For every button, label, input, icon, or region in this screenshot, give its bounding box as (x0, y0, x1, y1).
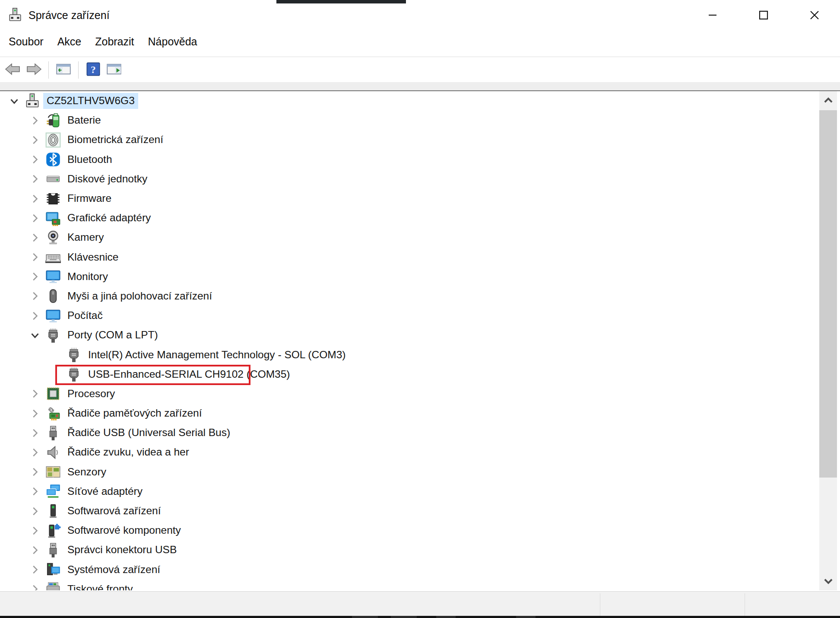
device-manager-window: Správce zařízení SouborAkceZobrazitNápov… (0, 0, 840, 618)
chevron-down-icon[interactable] (25, 325, 45, 345)
chevron-right-icon[interactable] (25, 169, 45, 189)
tree-row[interactable]: Softwarové komponenty (0, 521, 819, 540)
background-window-edge (276, 0, 406, 3)
software-device-icon (45, 503, 61, 519)
tree-item-label: USB-Enhanced-SERIAL CH9102 (COM35) (85, 366, 294, 382)
tree-row[interactable]: USB-Enhanced-SERIAL CH9102 (COM35) (0, 365, 819, 384)
chevron-right-icon[interactable] (25, 384, 45, 404)
chevron-right-icon[interactable] (25, 228, 45, 247)
tree-row[interactable]: Procesory (0, 384, 819, 404)
tree-row[interactable]: Síťové adaptéry (0, 482, 819, 501)
tree-item-label: Myši a jiná polohovací zařízení (64, 288, 216, 304)
tree-row[interactable]: Firmware (0, 189, 819, 208)
tree-row[interactable]: Diskové jednotky (0, 169, 819, 189)
serial-port-icon (45, 327, 61, 344)
tree-row[interactable]: Klávesnice (0, 248, 819, 267)
tree-item-label: Klávesnice (64, 249, 122, 265)
tree-row[interactable]: Biometrická zařízení (0, 130, 819, 150)
chevron-right-icon[interactable] (25, 306, 45, 325)
tree-item-label: Bluetooth (64, 152, 116, 168)
tree-row[interactable]: Kamery (0, 228, 819, 247)
console-tree-button[interactable] (54, 61, 73, 80)
tree-item-label: Grafické adaptéry (64, 210, 154, 226)
chevron-right-icon[interactable] (25, 404, 45, 423)
chevron-right-icon[interactable] (25, 150, 45, 169)
chevron-spacer (46, 365, 66, 384)
tree-row[interactable]: Bluetooth (0, 150, 819, 169)
tree-row[interactable]: Softwarová zařízení (0, 501, 819, 521)
minimize-button[interactable] (687, 3, 738, 27)
chevron-right-icon[interactable] (25, 580, 45, 590)
chevron-right-icon[interactable] (25, 462, 45, 482)
tree-row[interactable]: Baterie (0, 111, 819, 130)
menu-bar: SouborAkceZobrazitNápověda (0, 27, 840, 57)
tree-row[interactable]: Počítač (0, 306, 819, 325)
chevron-right-icon[interactable] (25, 248, 45, 267)
tree-row[interactable]: Monitory (0, 267, 819, 287)
action-pane-button[interactable] (105, 61, 124, 80)
fingerprint-icon (45, 132, 61, 148)
back-arrow-icon (4, 62, 22, 78)
tree-row[interactable]: Řadiče paměťových zařízení (0, 404, 819, 423)
chevron-right-icon[interactable] (25, 208, 45, 228)
tree-item-label: Kamery (64, 229, 107, 245)
tree-row[interactable]: Myši a jiná polohovací zařízení (0, 287, 819, 306)
vertical-scrollbar[interactable] (819, 91, 837, 590)
console-tree-icon (56, 61, 71, 78)
scroll-thumb[interactable] (819, 110, 837, 478)
action-pane-icon (106, 61, 122, 78)
status-bar-divider (600, 593, 600, 616)
menu-item-akce[interactable]: Akce (51, 27, 89, 57)
chevron-right-icon[interactable] (25, 540, 45, 560)
chevron-right-icon[interactable] (25, 443, 45, 462)
chevron-right-icon[interactable] (25, 287, 45, 306)
serial-port-icon (66, 366, 82, 382)
help-button[interactable]: ? (84, 61, 103, 80)
chevron-right-icon[interactable] (25, 521, 45, 540)
chevron-right-icon[interactable] (25, 482, 45, 501)
chevron-right-icon[interactable] (25, 130, 45, 150)
tree-row[interactable]: Systémová zařízení (0, 560, 819, 580)
speaker-icon (45, 444, 61, 461)
maximize-button[interactable] (738, 3, 789, 27)
chevron-down-icon[interactable] (4, 91, 24, 111)
tree-row[interactable]: Senzory (0, 462, 819, 482)
window-title: Správce zařízení (29, 9, 110, 22)
chevron-right-icon[interactable] (25, 267, 45, 287)
disk-drive-icon (45, 171, 61, 187)
chevron-right-icon[interactable] (25, 560, 45, 580)
tree-row[interactable]: Grafické adaptéry (0, 208, 819, 228)
gpu-icon (45, 210, 61, 226)
close-button[interactable] (789, 3, 840, 27)
forward-button[interactable] (24, 61, 43, 80)
tree-row[interactable]: Porty (COM a LPT) (0, 325, 819, 345)
tree-item-label: CZ52LTHV5W6G3 (43, 93, 138, 109)
chevron-right-icon[interactable] (25, 189, 45, 208)
tree-row[interactable]: Intel(R) Active Management Technology - … (0, 345, 819, 364)
tree-row[interactable]: Řadiče zvuku, videa a her (0, 443, 819, 462)
chevron-right-icon[interactable] (25, 423, 45, 443)
maximize-icon (757, 8, 770, 22)
taskbar-edge (0, 616, 840, 618)
menu-item-zobrazit[interactable]: Zobrazit (88, 27, 141, 57)
computer-device-icon (24, 93, 41, 109)
back-button[interactable] (3, 61, 22, 80)
tree-item-label: Síťové adaptéry (64, 484, 146, 500)
chevron-right-icon[interactable] (25, 111, 45, 130)
chevron-right-icon[interactable] (25, 501, 45, 521)
tree-row[interactable]: Řadiče USB (Universal Serial Bus) (0, 423, 819, 443)
tree-row[interactable]: Správci konektoru USB (0, 540, 819, 560)
sensor-icon (45, 464, 61, 480)
tree-row[interactable]: CZ52LTHV5W6G3 (0, 91, 819, 111)
title-bar: Správce zařízení (0, 3, 840, 27)
menu-item-napoveda[interactable]: Nápověda (141, 27, 204, 57)
chevron-spacer (46, 345, 66, 365)
tree-item-label: Systémová zařízení (64, 562, 164, 578)
monitor-icon (45, 268, 61, 285)
scroll-up-button[interactable] (819, 91, 837, 110)
tree-row[interactable]: Tiskové fronty (0, 580, 819, 590)
menu-item-soubor[interactable]: Soubor (2, 27, 51, 57)
tree-item-label: Porty (COM a LPT) (64, 327, 162, 343)
scroll-down-button[interactable] (819, 571, 837, 590)
tree-item-label: Biometrická zařízení (64, 132, 167, 148)
